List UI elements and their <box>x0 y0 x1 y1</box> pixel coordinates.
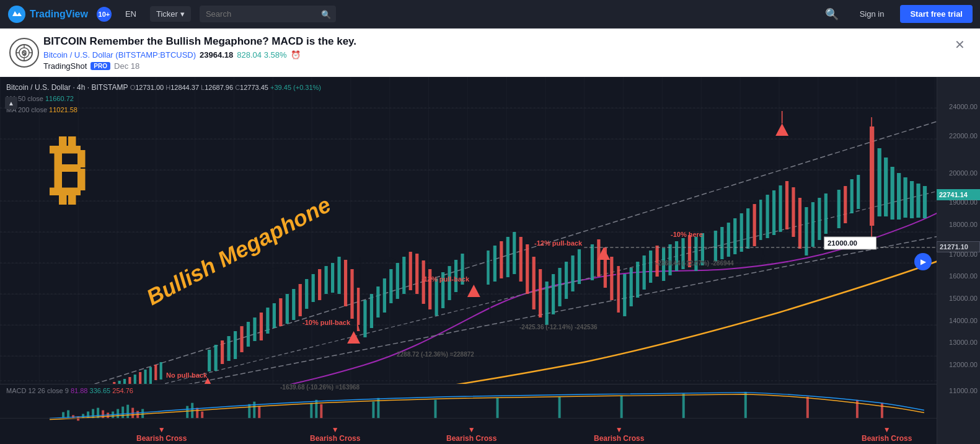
svg-rect-111 <box>694 237 697 271</box>
svg-rect-129 <box>818 198 821 240</box>
svg-rect-118 <box>746 208 749 249</box>
bearish-cross-2: ▼ Bearish Cross <box>310 425 360 443</box>
svg-rect-114 <box>720 227 723 259</box>
svg-rect-91 <box>558 268 561 306</box>
svg-rect-37 <box>149 367 152 386</box>
svg-rect-194 <box>372 402 374 419</box>
macd-info: MACD 12 26 close 9 81.88 336.65 254.76 <box>6 387 133 394</box>
svg-rect-73 <box>422 260 425 304</box>
collapse-button[interactable]: ▲ <box>5 97 17 109</box>
bearish-cross-4: ▼ Bearish Cross <box>594 425 644 443</box>
pro-badge: PRO <box>90 62 110 70</box>
idea-change: 828.04 3.58% <box>237 50 286 60</box>
signin-button[interactable]: Sign in <box>852 6 892 22</box>
svg-rect-48 <box>260 313 263 340</box>
svg-rect-109 <box>681 238 684 269</box>
price-18000: 18000.00 <box>949 221 978 228</box>
svg-rect-59 <box>331 263 334 293</box>
svg-rect-125 <box>792 187 795 237</box>
svg-rect-140 <box>891 167 894 220</box>
svg-rect-184 <box>186 406 188 419</box>
language-selector[interactable]: EN <box>120 7 141 21</box>
svg-rect-132 <box>844 186 847 223</box>
chart-container: Bitcoin / U.S. Dollar · 4h · BITSTAMP O1… <box>0 77 980 444</box>
svg-rect-52 <box>286 294 289 324</box>
price-20000: 20000.00 <box>949 169 978 177</box>
idea-info: BITCOIN Remember the Bullish Megaphone? … <box>43 35 942 71</box>
svg-rect-105 <box>655 246 658 277</box>
price-19000: 19000.00 <box>949 198 978 206</box>
svg-rect-64 <box>363 300 366 337</box>
svg-rect-67 <box>383 278 386 313</box>
svg-rect-92 <box>565 262 568 299</box>
svg-rect-115 <box>727 223 730 257</box>
top-navigation: TradingView 10+ EN Ticker ▾ 🔍 🔍 Sign in … <box>0 0 980 29</box>
svg-rect-39 <box>160 362 162 380</box>
svg-rect-191 <box>310 403 312 419</box>
svg-rect-180 <box>126 405 129 419</box>
svg-rect-106 <box>662 248 665 281</box>
svg-rect-130 <box>824 193 828 234</box>
tradingview-logo-icon <box>7 5 26 24</box>
svg-rect-144 <box>916 184 920 218</box>
svg-rect-45 <box>240 326 243 352</box>
svg-rect-61 <box>344 260 347 306</box>
svg-rect-93 <box>571 255 574 291</box>
svg-rect-79 <box>461 254 464 285</box>
price-14000: 14000.00 <box>949 317 978 324</box>
svg-rect-190 <box>258 406 260 419</box>
svg-rect-202 <box>806 397 809 419</box>
svg-rect-95 <box>591 244 594 280</box>
play-button[interactable]: ▶ <box>914 253 932 270</box>
svg-rect-54 <box>299 284 302 316</box>
logo[interactable]: TradingView <box>7 5 88 24</box>
svg-rect-204 <box>881 403 883 419</box>
svg-rect-57 <box>318 269 321 300</box>
svg-rect-193 <box>320 404 322 419</box>
bearish-cross-5: ▼ Bearish Cross <box>862 425 912 443</box>
bearish-cross-3: ▼ Bearish Cross <box>446 425 497 443</box>
svg-rect-142 <box>903 177 907 218</box>
svg-rect-192 <box>315 400 317 419</box>
svg-rect-77 <box>448 266 451 300</box>
search-wrapper: 🔍 <box>200 6 336 22</box>
search-btn-right[interactable]: 🔍 <box>820 5 844 24</box>
svg-rect-76 <box>441 272 444 308</box>
svg-rect-116 <box>733 218 736 254</box>
svg-rect-131 <box>837 190 841 228</box>
svg-rect-74 <box>428 269 431 309</box>
svg-rect-42 <box>221 340 224 364</box>
search-input[interactable] <box>200 6 336 22</box>
ticker-button[interactable]: Ticker ▾ <box>150 6 191 22</box>
svg-rect-86 <box>526 244 529 294</box>
svg-rect-110 <box>688 235 691 267</box>
svg-rect-84 <box>513 232 516 274</box>
svg-rect-46 <box>247 322 250 347</box>
svg-rect-88 <box>539 269 542 317</box>
price-16000: 16000.00 <box>949 272 978 280</box>
close-button[interactable]: ✕ <box>952 35 968 55</box>
svg-rect-50 <box>273 303 276 328</box>
idea-date: Dec 18 <box>114 61 139 71</box>
notification-badge[interactable]: 10+ <box>97 7 112 22</box>
svg-rect-60 <box>337 257 340 294</box>
svg-rect-51 <box>279 298 282 326</box>
price-17000: 17000.00 <box>949 251 978 258</box>
idea-author-row: TradingShot PRO Dec 18 <box>43 61 942 71</box>
svg-rect-133 <box>850 179 854 213</box>
chevron-down-icon: ▾ <box>180 9 185 19</box>
svg-rect-75 <box>435 278 438 316</box>
svg-rect-40 <box>208 350 211 371</box>
idea-header: $ BITCOIN Remember the Bullish Megaphone… <box>0 29 980 77</box>
svg-rect-103 <box>643 255 646 290</box>
start-trial-button[interactable]: Start free trial <box>900 5 973 23</box>
svg-rect-66 <box>376 286 379 317</box>
svg-rect-119 <box>753 204 756 246</box>
svg-rect-108 <box>675 241 678 271</box>
svg-rect-41 <box>214 345 218 371</box>
svg-rect-201 <box>744 392 747 419</box>
price-11000: 11000.00 <box>949 387 978 394</box>
svg-rect-56 <box>312 274 315 302</box>
svg-rect-197 <box>497 398 499 419</box>
price-22000: 22000.00 <box>949 132 978 140</box>
